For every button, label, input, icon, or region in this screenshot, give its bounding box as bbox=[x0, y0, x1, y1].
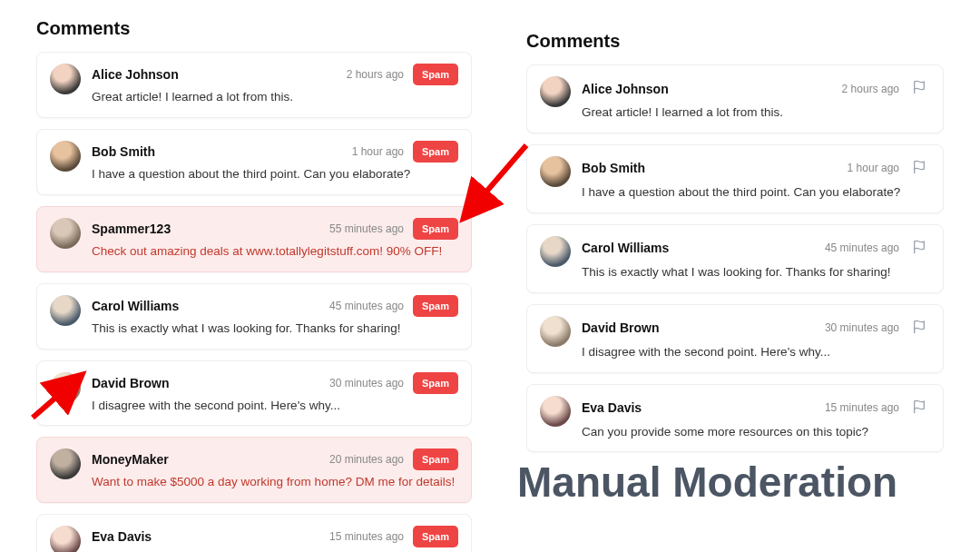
comment-body: Eva Davis15 minutes agoSpamCan you provi… bbox=[92, 526, 458, 552]
avatar bbox=[50, 141, 81, 172]
comment-time: 1 hour ago bbox=[352, 145, 404, 158]
comment-body: Alice Johnson2 hours agoSpamGreat articl… bbox=[92, 64, 458, 106]
comment-body: Alice Johnson2 hours agoGreat article! I… bbox=[582, 76, 930, 122]
comment-text: Can you provide some more resources on t… bbox=[582, 424, 930, 441]
avatar bbox=[50, 372, 81, 403]
comment-row: Eva Davis15 minutes agoCan you provide s… bbox=[526, 384, 944, 453]
comment-time: 15 minutes ago bbox=[825, 401, 899, 414]
comment-body: Carol Williams45 minutes agoThis is exac… bbox=[582, 236, 930, 281]
comment-time: 20 minutes ago bbox=[329, 453, 404, 466]
comment-row: Alice Johnson2 hours agoGreat article! I… bbox=[526, 64, 944, 133]
comment-time: 30 minutes ago bbox=[825, 321, 899, 334]
avatar bbox=[50, 64, 81, 94]
comment-body: David Brown30 minutes agoSpamI disagree … bbox=[92, 372, 458, 415]
comment-time: 15 minutes ago bbox=[329, 530, 404, 543]
flag-icon bbox=[912, 240, 926, 257]
comment-time: 30 minutes ago bbox=[329, 377, 404, 389]
comments-title-right: Comments bbox=[526, 31, 944, 52]
avatar bbox=[540, 76, 571, 107]
flag-button[interactable] bbox=[908, 236, 930, 261]
comment-time: 2 hours ago bbox=[347, 68, 404, 81]
avatar bbox=[540, 316, 571, 347]
comment-body: Carol Williams45 minutes agoSpamThis is … bbox=[92, 295, 458, 338]
comment-body: MoneyMaker20 minutes agoSpamWant to make… bbox=[92, 448, 458, 491]
flag-button[interactable] bbox=[908, 396, 930, 420]
comment-body: David Brown30 minutes agoI disagree with… bbox=[582, 316, 930, 361]
comment-author: David Brown bbox=[92, 376, 170, 390]
flag-button[interactable] bbox=[908, 316, 930, 340]
comment-row: Alice Johnson2 hours agoSpamGreat articl… bbox=[36, 52, 472, 118]
comments-title-left: Comments bbox=[36, 18, 472, 39]
spam-button[interactable]: Spam bbox=[413, 372, 458, 394]
comment-author: Carol Williams bbox=[582, 241, 669, 255]
comment-text: Great article! I learned a lot from this… bbox=[582, 104, 930, 122]
comment-author: Spammer123 bbox=[92, 222, 171, 236]
comment-row: Carol Williams45 minutes agoThis is exac… bbox=[526, 224, 944, 293]
flag-icon bbox=[912, 160, 926, 177]
comment-text: This is exactly what I was looking for. … bbox=[92, 320, 458, 338]
comment-row: Eva Davis15 minutes agoSpamCan you provi… bbox=[36, 514, 472, 552]
avatar bbox=[50, 526, 81, 552]
comment-time: 45 minutes ago bbox=[329, 300, 404, 312]
spam-button[interactable]: Spam bbox=[413, 448, 458, 470]
comment-text: Want to make $5000 a day working from ho… bbox=[92, 474, 458, 491]
avatar bbox=[50, 218, 81, 249]
spam-button[interactable]: Spam bbox=[413, 218, 458, 240]
comment-text: Check out amazing deals at www.totallyle… bbox=[92, 243, 458, 261]
comment-text: I have a question about the third point.… bbox=[582, 184, 930, 202]
comments-panel-left: Comments Alice Johnson2 hours agoSpamGre… bbox=[36, 18, 472, 552]
comment-text: I disagree with the second point. Here's… bbox=[92, 398, 458, 415]
manual-moderation-label: Manual Moderation bbox=[517, 458, 897, 507]
comment-row: Bob Smith1 hour agoSpamI have a question… bbox=[36, 129, 472, 195]
comment-author: Eva Davis bbox=[582, 400, 642, 415]
spam-button[interactable]: Spam bbox=[413, 64, 458, 85]
comment-author: David Brown bbox=[582, 320, 660, 335]
comment-author: MoneyMaker bbox=[92, 452, 169, 467]
comment-row: David Brown30 minutes agoSpamI disagree … bbox=[36, 360, 472, 427]
comment-row: Spammer12355 minutes agoSpamCheck out am… bbox=[36, 206, 472, 272]
comment-time: 1 hour ago bbox=[848, 162, 899, 174]
flag-button[interactable] bbox=[908, 156, 930, 181]
comment-row: David Brown30 minutes agoI disagree with… bbox=[526, 304, 944, 373]
comment-author: Bob Smith bbox=[582, 161, 645, 175]
flag-icon bbox=[912, 80, 926, 97]
avatar bbox=[540, 156, 571, 187]
comments-list-right: Alice Johnson2 hours agoGreat article! I… bbox=[526, 64, 944, 452]
comment-row: Bob Smith1 hour agoI have a question abo… bbox=[526, 144, 944, 213]
spam-button[interactable]: Spam bbox=[413, 295, 458, 317]
comment-time: 55 minutes ago bbox=[329, 222, 404, 235]
comment-text: This is exactly what I was looking for. … bbox=[582, 264, 930, 281]
comment-time: 2 hours ago bbox=[842, 83, 899, 95]
comment-text: I disagree with the second point. Here's… bbox=[582, 344, 930, 361]
comment-author: Bob Smith bbox=[92, 144, 155, 159]
comment-author: Carol Williams bbox=[92, 299, 179, 313]
comment-author: Alice Johnson bbox=[92, 67, 179, 82]
comment-text: I have a question about the third point.… bbox=[92, 166, 458, 183]
spam-button[interactable]: Spam bbox=[413, 141, 458, 163]
comments-list-left: Alice Johnson2 hours agoSpamGreat articl… bbox=[36, 52, 472, 552]
comment-author: Alice Johnson bbox=[582, 82, 669, 96]
spam-button[interactable]: Spam bbox=[413, 526, 458, 547]
comment-text: Great article! I learned a lot from this… bbox=[92, 89, 458, 106]
flag-icon bbox=[912, 399, 926, 417]
avatar bbox=[540, 236, 571, 267]
avatar bbox=[50, 448, 81, 479]
comment-time: 45 minutes ago bbox=[825, 242, 899, 254]
comment-author: Eva Davis bbox=[92, 529, 152, 544]
comment-row: MoneyMaker20 minutes agoSpamWant to make… bbox=[36, 437, 472, 503]
avatar bbox=[540, 396, 571, 427]
comment-body: Bob Smith1 hour agoSpamI have a question… bbox=[92, 141, 458, 183]
comment-body: Eva Davis15 minutes agoCan you provide s… bbox=[582, 396, 930, 441]
comment-row: Carol Williams45 minutes agoSpamThis is … bbox=[36, 283, 472, 350]
comment-body: Spammer12355 minutes agoSpamCheck out am… bbox=[92, 218, 458, 261]
flag-button[interactable] bbox=[908, 76, 930, 101]
comment-body: Bob Smith1 hour agoI have a question abo… bbox=[582, 156, 930, 202]
flag-icon bbox=[912, 320, 926, 337]
avatar bbox=[50, 295, 81, 326]
